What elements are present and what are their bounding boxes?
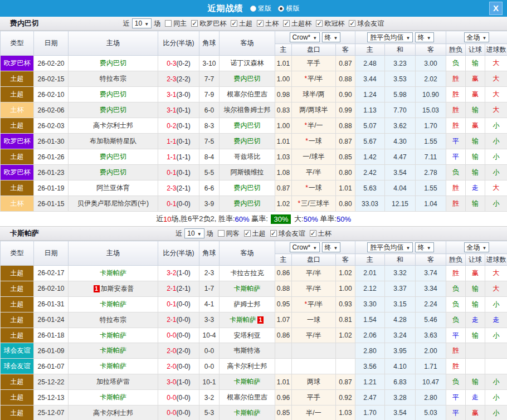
home-odds (275, 343, 292, 359)
match-row: 土超26-01-24特拉布宗2-1(0-0)3-3卡斯帕萨11.07一球0.81… (1, 312, 507, 328)
handicap-result-cell: 输 (466, 165, 485, 180)
corner-cell: 5-3 (199, 406, 220, 420)
league-checkbox-1[interactable] (231, 20, 237, 27)
red-card-badge: 1 (94, 285, 100, 292)
away-odds: 0.87 (336, 134, 355, 149)
goals-cell: 小 (485, 118, 507, 134)
handicap-cell: 平手 (292, 390, 336, 406)
fulltime-select[interactable]: 全场 (464, 242, 490, 252)
avg-draw-odds: 3.54 (385, 406, 416, 420)
match-date: 26-01-26 (34, 149, 69, 165)
odds-stage-select[interactable]: 终 (322, 32, 341, 42)
titlebar: 近期战绩 竖版 横版 X (0, 0, 507, 17)
col-type: 类型 (1, 31, 34, 56)
goals-cell: 小 (485, 406, 507, 420)
league-checkbox-0[interactable] (191, 20, 198, 27)
handicap-cell: *一球 (292, 134, 336, 149)
league-checkbox-0[interactable] (244, 230, 251, 237)
same-venue-checkbox[interactable] (218, 230, 225, 237)
avg-draw-odds: 4.10 (385, 359, 416, 374)
avg-select[interactable]: 胜平负均值 (367, 242, 413, 252)
away-odds: 1.02 (336, 328, 355, 343)
home-team: 高卡尔利士邦 (69, 406, 158, 420)
col-avg-away: 客 (416, 254, 446, 266)
match-type-cell: 土超 (1, 406, 34, 420)
result-cell: 胜 (446, 343, 466, 359)
col-home: 主场 (69, 241, 158, 266)
league-checkbox-2[interactable] (257, 20, 264, 27)
match-row: 土超26-02-03高卡尔利士邦0-2(0-1)8-3费内巴切1.00*半/一0… (1, 118, 507, 134)
corner-cell: 1-7 (199, 281, 220, 296)
away-odds: 0.85 (336, 149, 355, 165)
handicap-changed-star: * (304, 121, 307, 129)
result-cell: 平 (446, 390, 466, 406)
away-team: 卡拉古拉克 (220, 266, 275, 281)
match-type-cell: 土超 (1, 266, 34, 281)
score-cell: 0-0(0-0) (158, 406, 199, 420)
corner-cell: 0-0 (199, 359, 220, 374)
recent-games-select[interactable]: 10 (132, 18, 152, 28)
odds-provider-select[interactable]: Crow* (290, 32, 320, 42)
handicap-cell: 平/半 (292, 281, 336, 296)
league-checkbox-3[interactable] (283, 20, 290, 27)
same-venue-checkbox[interactable] (165, 20, 172, 27)
fulltime-score: 3-0 (167, 378, 176, 386)
col-avg-away: 客 (416, 44, 446, 56)
match-date: 25-12-22 (34, 374, 69, 390)
avg-select[interactable]: 胜平负均值 (367, 32, 413, 42)
horizontal-layout-radio[interactable] (278, 6, 284, 12)
avg-stage-select[interactable]: 终 (415, 32, 434, 42)
goals-cell: 小 (485, 165, 507, 180)
avg-away-odds: 1.70 (416, 118, 446, 134)
result-cell: 负 (446, 56, 466, 71)
halftime-score: (1-0) (177, 378, 191, 386)
corner-cell: 3-10 (199, 56, 220, 71)
handicap-changed-star: * (304, 300, 307, 308)
home-team: 费内巴切 (69, 149, 158, 165)
league-checkbox-5[interactable] (349, 20, 355, 27)
home-odds: 1.02 (275, 196, 292, 212)
match-row: 土超26-02-17卡斯帕萨3-2(1-0)2-3卡拉古拉克0.86平/半1.0… (1, 266, 507, 281)
away-odds: 0.80 (336, 165, 355, 180)
league-checkbox-4[interactable] (316, 20, 323, 27)
same-venue-label: 同客 (226, 229, 240, 237)
goals-cell: 大 (485, 266, 507, 281)
avg-draw-odds: 3.23 (385, 56, 416, 71)
corner-cell: 6-6 (199, 180, 220, 196)
home-odds: 1.01 (275, 56, 292, 71)
fulltime-select[interactable]: 全场 (464, 32, 490, 42)
score-cell: 2-0(2-0) (158, 343, 199, 359)
close-button[interactable]: X (489, 2, 503, 15)
odds-stage-select[interactable]: 终 (322, 242, 341, 252)
goals-cell: 大 (485, 56, 507, 71)
fulltime-score: 1-1 (167, 138, 176, 145)
away-odds: 0.99 (336, 102, 355, 118)
avg-home-odds: 3.44 (355, 71, 385, 87)
corner-cell: 0-0 (199, 343, 220, 359)
result-cell: 平 (446, 149, 466, 165)
recent-games-select[interactable]: 10 (184, 228, 204, 238)
goals-cell: 小 (485, 328, 507, 343)
match-type-cell: 土超 (1, 296, 34, 312)
odds-provider-select[interactable]: Crow* (290, 242, 320, 252)
vertical-layout-radio[interactable] (250, 6, 256, 12)
score-cell: 2-1(0-0) (158, 312, 199, 328)
avg-group-header: 胜平负均值 终 (355, 241, 446, 254)
fulltime-score: 1-1 (167, 153, 176, 161)
away-odds: 0.87 (336, 374, 355, 390)
avg-stage-select[interactable]: 终 (415, 242, 434, 252)
home-odds: 1.08 (275, 165, 292, 180)
avg-draw-odds: 12.15 (385, 196, 416, 212)
score-cell: 1-1(1-1) (158, 149, 199, 165)
fulltime-score: 3-1 (167, 106, 176, 114)
goals-cell: 大 (485, 102, 507, 118)
league-checkbox-1[interactable] (270, 230, 277, 237)
result-cell: 平 (446, 134, 466, 149)
fulltime-score: 0-0 (167, 394, 176, 402)
away-odds (336, 359, 355, 374)
league-checkbox-2[interactable] (310, 230, 316, 237)
avg-draw-odds: 4.04 (385, 180, 416, 196)
match-date: 26-02-17 (34, 266, 69, 281)
handicap-cell: *平/半 (292, 296, 336, 312)
match-row: 欧罗巴杯26-02-20费内巴切0-3(0-2)3-10诺丁汉森林1.01平手0… (1, 56, 507, 71)
